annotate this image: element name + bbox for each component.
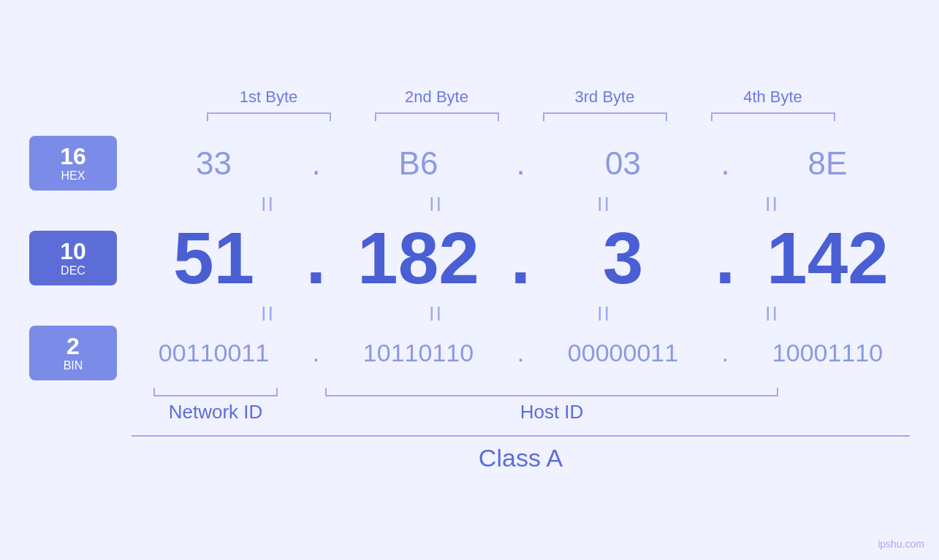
- top-bracket-shape-3: [543, 112, 667, 121]
- top-brackets-row: [29, 112, 910, 121]
- bin-byte-3: 00000011: [550, 339, 696, 367]
- dec-byte-1: 51: [141, 216, 287, 300]
- bin-byte-4: 10001110: [755, 339, 901, 367]
- eq-1-1: ||: [185, 195, 353, 212]
- top-bracket-shape-4: [711, 112, 835, 121]
- eq-1-3: ||: [521, 195, 689, 212]
- hex-badge: 16 HEX: [29, 136, 117, 191]
- watermark: ipshu.com: [878, 538, 924, 550]
- bin-base-label: BIN: [64, 359, 83, 372]
- host-id-label: Host ID: [300, 401, 804, 423]
- byte-header-2: 2nd Byte: [353, 88, 521, 107]
- hex-base-number: 16: [60, 144, 86, 169]
- network-id-label: Network ID: [132, 401, 300, 423]
- dec-byte-2: 182: [346, 216, 492, 300]
- top-bracket-shape-1: [207, 112, 331, 121]
- dec-byte-4: 142: [755, 216, 901, 300]
- bin-dot-2: .: [510, 339, 532, 367]
- dec-values: 51 . 182 . 3 . 142: [132, 216, 910, 300]
- equals-row-2: || || || ||: [29, 304, 910, 321]
- bottom-bracket-network: [132, 388, 300, 396]
- dec-dot-1: .: [305, 216, 327, 300]
- hex-dot-2: .: [510, 145, 532, 182]
- dec-base-number: 10: [60, 239, 86, 264]
- eq-2-1: ||: [185, 304, 353, 321]
- byte-headers-row: 1st Byte 2nd Byte 3rd Byte 4th Byte: [29, 88, 910, 107]
- dec-badge: 10 DEC: [29, 231, 117, 285]
- eq-2-4: ||: [689, 304, 857, 321]
- bottom-bracket-host: [300, 388, 804, 396]
- dec-dot-2: .: [510, 216, 532, 300]
- top-bracket-4: [689, 112, 857, 121]
- bin-badge: 2 BIN: [29, 326, 117, 380]
- equals-row-1: || || || ||: [29, 195, 910, 212]
- byte-header-3: 3rd Byte: [521, 88, 689, 107]
- hex-dot-3: .: [715, 145, 737, 182]
- bin-byte-1: 00110011: [141, 339, 287, 367]
- top-bracket-3: [521, 112, 689, 121]
- bottom-brackets-row: [132, 388, 910, 396]
- eq-1-4: ||: [689, 195, 857, 212]
- bin-base-number: 2: [66, 334, 80, 359]
- hex-values: 33 . B6 . 03 . 8E: [132, 145, 910, 182]
- bin-dot-3: .: [715, 339, 737, 367]
- hex-byte-4: 8E: [755, 145, 901, 182]
- bin-dot-1: .: [305, 339, 327, 367]
- bracket-bot-host-shape: [325, 388, 778, 396]
- hex-row: 16 HEX 33 . B6 . 03 . 8E: [29, 136, 910, 191]
- dec-row: 10 DEC 51 . 182 . 3 . 142: [29, 216, 910, 300]
- top-bracket-shape-2: [375, 112, 499, 121]
- byte-header-1: 1st Byte: [185, 88, 353, 107]
- id-labels-row: Network ID Host ID: [132, 401, 910, 423]
- dec-dot-3: .: [715, 216, 737, 300]
- top-bracket-2: [353, 112, 521, 121]
- eq-1-2: ||: [353, 195, 521, 212]
- byte-header-4: 4th Byte: [689, 88, 857, 107]
- bin-values: 00110011 . 10110110 . 00000011 . 1000111…: [132, 339, 910, 367]
- bottom-section: Network ID Host ID: [29, 388, 910, 423]
- bracket-bot-network-shape: [153, 388, 278, 396]
- bin-row: 2 BIN 00110011 . 10110110 . 00000011 . 1…: [29, 326, 910, 380]
- eq-2-3: ||: [521, 304, 689, 321]
- dec-byte-3: 3: [550, 216, 696, 300]
- hex-byte-2: B6: [346, 145, 492, 182]
- hex-byte-1: 33: [141, 145, 287, 182]
- dec-base-label: DEC: [61, 264, 85, 277]
- class-section: Class A: [29, 435, 910, 472]
- hex-byte-3: 03: [550, 145, 696, 182]
- main-container: 1st Byte 2nd Byte 3rd Byte 4th Byte 16 H…: [0, 0, 939, 560]
- class-a-label: Class A: [132, 444, 910, 472]
- hex-base-label: HEX: [61, 169, 85, 183]
- class-bracket-line: [132, 435, 910, 437]
- bin-byte-2: 10110110: [346, 339, 492, 367]
- eq-2-2: ||: [353, 304, 521, 321]
- hex-dot-1: .: [305, 145, 327, 182]
- top-bracket-1: [185, 112, 353, 121]
